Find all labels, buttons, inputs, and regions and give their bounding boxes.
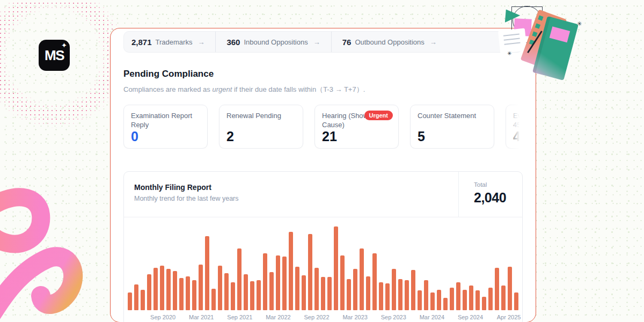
chart-bar[interactable] [134,284,138,310]
chart-bar[interactable] [257,280,261,310]
x-tick-label: Sep 2021 [227,314,252,320]
chart-bar[interactable] [211,289,216,310]
chart-bar[interactable] [482,297,486,310]
chart-bar[interactable] [495,268,499,310]
chart-bar[interactable] [160,266,164,310]
chart-bar[interactable] [398,279,402,310]
chart-bar[interactable] [192,280,196,310]
card-counter-statement[interactable]: Counter Statement 5 [410,105,494,149]
subtitle-text: Compliances are marked as [123,85,212,93]
card-hearing-show-cause[interactable]: Hearing (Show Cause) Urgent 21 [314,105,399,149]
x-axis: Sep 2020Mar 2021Sep 2021Mar 2022Sep 2022… [128,310,518,322]
card-label: Counter Statement [418,112,487,121]
chart-bar[interactable] [443,298,448,310]
chart-bar[interactable] [199,265,203,310]
chart-bar[interactable] [392,269,396,310]
chart-bar[interactable] [469,286,473,310]
chart-bar[interactable] [405,280,409,310]
x-tick-label: Mar 2021 [189,314,214,320]
chart-bar[interactable] [450,288,454,310]
chart-bar[interactable] [385,283,390,310]
x-tick-label: Sep 2023 [381,314,406,320]
chart-bar[interactable] [231,282,235,310]
x-tick-label: Sep 2022 [304,314,330,320]
card-label: Evide 45 [513,112,523,130]
chart-bar[interactable] [353,269,357,310]
chart-bar[interactable] [237,248,241,310]
chart-bar[interactable] [418,290,422,310]
chart-bar[interactable] [218,266,222,310]
chart-bar[interactable] [173,271,177,310]
subtitle-urgent-word: urgent [212,85,232,93]
arrow-right-icon: → [313,38,320,46]
stat-label: Inbound Oppositions [244,38,308,46]
page: { "brand": { "logo_text": "MS", "logo_sp… [0,0,644,322]
x-tick-label: Mar 2023 [342,314,367,320]
card-value: 4 [513,130,523,143]
ms-logo[interactable]: MS ✦ [39,40,70,71]
chart-bar[interactable] [308,234,312,310]
chart-bar[interactable] [411,270,415,310]
arrow-right-icon: → [430,38,437,46]
sparkle-icon: ✳ [507,50,511,56]
chart-bar[interactable] [430,292,435,310]
chart-bar[interactable] [282,257,287,310]
chart-bar[interactable] [295,267,299,310]
stat-inbound-oppositions[interactable]: 360 Inbound Oppositions → [215,32,331,52]
card-examination-report-reply[interactable]: Examination Report Reply 0 [123,105,208,149]
card-value: 0 [131,130,201,143]
chart-bar[interactable] [147,274,151,310]
chart-bar[interactable] [366,276,370,310]
chart-bar[interactable] [340,255,345,310]
chart-bar[interactable] [424,280,428,310]
chart-bar[interactable] [166,269,171,310]
sparkle-icon: ✳ [577,20,582,27]
chart-bar[interactable] [372,253,377,310]
chart-bar[interactable] [186,276,190,310]
card-label: Renewal Pending [226,112,296,121]
chart-bar[interactable] [141,290,145,310]
x-tick-label: Sep 2024 [458,314,483,320]
chart-bar[interactable] [327,277,332,310]
card-value: 21 [322,130,392,143]
stat-label: Outbound Oppositions [355,38,424,46]
chart-bar[interactable] [360,248,364,310]
chart-bar[interactable] [302,275,306,310]
chart-bar[interactable] [514,292,518,310]
chart-bar[interactable] [153,268,158,310]
chart-bar[interactable] [314,268,319,310]
chart-bar[interactable] [244,274,248,310]
chart-bar[interactable] [321,277,325,310]
chart-bar[interactable] [508,267,512,310]
stat-value: 360 [226,38,240,47]
chart-bar[interactable] [463,290,467,310]
chart-bar[interactable] [501,286,506,310]
chart-bar[interactable] [347,279,351,310]
stat-outbound-oppositions[interactable]: 76 Outbound Oppositions → [331,32,448,52]
chart-bar[interactable] [224,273,229,310]
chart-bar[interactable] [263,253,267,310]
card-renewal-pending[interactable]: Renewal Pending 2 [219,105,303,149]
compliance-cards-row: Examination Report Reply 0 Renewal Pendi… [123,105,523,149]
chart-bar[interactable] [334,226,338,310]
x-tick-label: Mar 2022 [266,314,290,320]
chart-bar[interactable] [475,290,480,310]
chart-header: Monthly Filing Report Monthly trend for … [124,172,522,217]
chart-bar[interactable] [276,255,280,310]
stat-trademarks[interactable]: 2,871 Trademarks → [124,32,215,52]
chart-bar[interactable] [488,288,493,310]
chart-bar[interactable] [269,272,274,310]
chart-bar[interactable] [437,290,441,310]
chart-bar[interactable] [379,282,383,310]
monthly-filing-report-card: Monthly Filing Report Monthly trend for … [123,171,523,322]
chart-bar[interactable] [128,292,132,310]
sparkle-icon: ✦ [61,41,67,49]
summary-stats-bar: 2,871 Trademarks → 360 Inbound Oppositio… [123,31,523,53]
chart-bar[interactable] [289,232,293,310]
chart-bar[interactable] [250,281,254,310]
chart-bar[interactable] [456,282,460,310]
card-evidence[interactable]: Evide 45 4 [506,105,523,149]
chart-bar[interactable] [179,278,184,310]
chart-bar[interactable] [205,236,209,310]
chart-title: Monthly Filing Report [134,183,458,192]
